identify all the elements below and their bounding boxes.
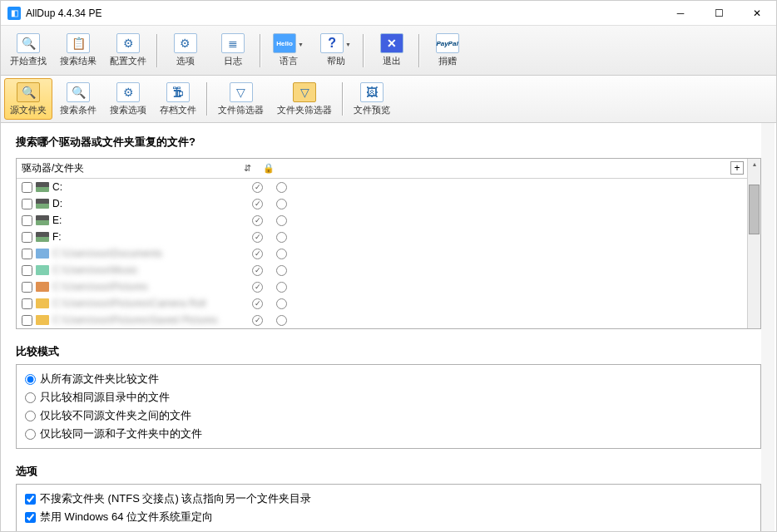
hello-icon: Hello [273,33,296,53]
drive-icon [36,265,49,275]
tree-icon[interactable]: ⇵ [241,163,253,175]
drive-checkbox[interactable] [22,249,32,259]
donate-button[interactable]: PayPal 捐赠 [424,30,470,71]
drive-label: E: [52,214,245,226]
close-button[interactable]: ✕ [738,1,776,26]
exclude-radio[interactable] [276,282,287,293]
log-icon: ≣ [221,33,245,53]
separator [156,34,158,67]
drive-row[interactable]: D:✓ [17,195,760,212]
titlebar: ◧ AllDup 4.4.34 PE ─ ☐ ✕ [1,1,776,26]
filter-icon: ▽ [230,82,253,102]
drive-checkbox[interactable] [22,182,32,193]
drive-row[interactable]: F:✓ [17,229,760,245]
maximize-button[interactable]: ☐ [700,1,738,26]
tab-file-preview[interactable]: 🖼 文件预览 [348,78,396,120]
content-scrollbar[interactable] [761,123,775,531]
start-search-button[interactable]: 🔍 开始查找 [4,30,52,71]
gear-icon: ⚙ [116,82,140,102]
include-radio[interactable]: ✓ [252,199,263,209]
compare-option-sub[interactable]: 仅比较同一源和子文件夹中的文件 [25,425,752,443]
exclude-radio[interactable] [276,215,287,226]
drive-checkbox[interactable] [22,298,32,309]
exclude-radio[interactable] [276,315,287,326]
drive-row[interactable]: C:\Users\xxx\Music✓ [17,262,760,278]
options-title: 选项 [16,464,761,479]
include-radio[interactable]: ✓ [252,215,263,226]
archive-icon: 🗜 [166,82,190,102]
drive-label: D: [52,198,245,209]
option-ntfs-junction[interactable]: 不搜索文件夹 (NTFS 交接点) 该点指向另一个文件夹目录 [25,490,752,508]
log-button[interactable]: ≣ 日志 [210,30,255,71]
exclude-radio[interactable] [276,265,287,276]
tab-search-options[interactable]: ⚙ 搜索选项 [104,78,152,120]
drive-icon [36,315,49,325]
help-button[interactable]: ?▼ 帮助 [313,30,359,71]
tab-file-filter[interactable]: ▽ 文件筛选器 [212,78,270,120]
tab-folder-filter[interactable]: ▽ 文件夹筛选器 [271,78,338,120]
separator [260,34,261,67]
compare-option-same[interactable]: 只比较相同源目录中的文件 [25,388,752,406]
window-controls: ─ ☐ ✕ [661,1,776,26]
lock-icon[interactable]: 🔒 [263,163,275,175]
drive-checkbox[interactable] [22,232,32,243]
chevron-down-icon: ▼ [298,42,304,47]
include-radio[interactable]: ✓ [252,182,263,193]
drives-header: 驱动器/文件夹 ⇵ 🔒 + [17,159,760,179]
search-results-button[interactable]: 📋 搜索结果 [54,30,102,71]
separator [418,34,420,67]
drives-scrollbar[interactable]: ▴ [747,159,760,328]
drive-label: C:\Users\xxx\Pictures [52,281,245,293]
compare-mode-group: 从所有源文件夹比较文件 只比较相同源目录中的文件 仅比较不同源文件夹之间的文件 … [16,364,761,449]
compare-option-all[interactable]: 从所有源文件夹比较文件 [25,370,752,388]
scrollbar-thumb[interactable] [749,185,760,234]
app-icon: ◧ [7,7,21,20]
drive-checkbox[interactable] [22,282,32,293]
drive-row[interactable]: C:\Users\xxx\Documents✓ [17,245,760,262]
include-radio[interactable]: ✓ [252,265,263,276]
drive-row[interactable]: C:\Users\xxx\Pictures✓ [17,278,760,295]
tab-archive-files[interactable]: 🗜 存档文件 [154,78,202,120]
page-heading: 搜索哪个驱动器或文件夹重复的文件? [16,135,761,150]
compare-mode-title: 比较模式 [16,344,761,359]
help-icon: ? [320,33,344,53]
column-header-path[interactable]: 驱动器/文件夹 [22,161,236,175]
exit-button[interactable]: ✕ 退出 [369,30,414,71]
drive-checkbox[interactable] [22,199,32,209]
drive-row[interactable]: C:✓ [17,179,760,195]
exclude-radio[interactable] [276,249,287,259]
drive-checkbox[interactable] [22,215,32,226]
include-radio[interactable]: ✓ [252,232,263,243]
include-radio[interactable]: ✓ [252,249,263,259]
tab-search-criteria[interactable]: 🔍 搜索条件 [54,78,102,120]
minimize-button[interactable]: ─ [661,1,700,26]
gear-icon: ⚙ [116,33,140,53]
drive-label: C: [52,181,245,193]
options-button[interactable]: ⚙ 选项 [162,30,208,71]
separator [206,82,208,116]
exclude-radio[interactable] [276,298,287,309]
drive-checkbox[interactable] [22,315,32,326]
drive-icon [36,232,49,242]
magnifier-icon: 🔍 [67,82,90,102]
add-folder-button[interactable]: + [730,161,744,175]
drive-icon [36,182,49,192]
drive-checkbox[interactable] [22,265,32,276]
drive-row[interactable]: E:✓ [17,212,760,229]
drive-label: C:\Users\xxx\Pictures\Camera Roll [52,298,245,309]
option-disable-wow64[interactable]: 禁用 Windows 64 位文件系统重定向 [25,508,752,526]
drive-row[interactable]: C:\Users\xxx\Pictures\Saved Pictures✓ [17,312,760,328]
profiles-button[interactable]: ⚙ 配置文件 [104,30,152,71]
drive-icon [36,199,49,209]
exit-icon: ✕ [380,33,403,53]
exclude-radio[interactable] [276,199,287,209]
drive-row[interactable]: C:\Users\xxx\Pictures\Camera Roll✓ [17,295,760,312]
compare-option-diff[interactable]: 仅比较不同源文件夹之间的文件 [25,406,752,425]
language-button[interactable]: Hello▼ 语言 [265,30,311,71]
exclude-radio[interactable] [276,182,287,193]
include-radio[interactable]: ✓ [252,315,263,326]
tab-source-folders[interactable]: 🔍 源文件夹 [4,78,52,120]
include-radio[interactable]: ✓ [252,298,263,309]
exclude-radio[interactable] [276,232,287,243]
include-radio[interactable]: ✓ [252,282,263,293]
